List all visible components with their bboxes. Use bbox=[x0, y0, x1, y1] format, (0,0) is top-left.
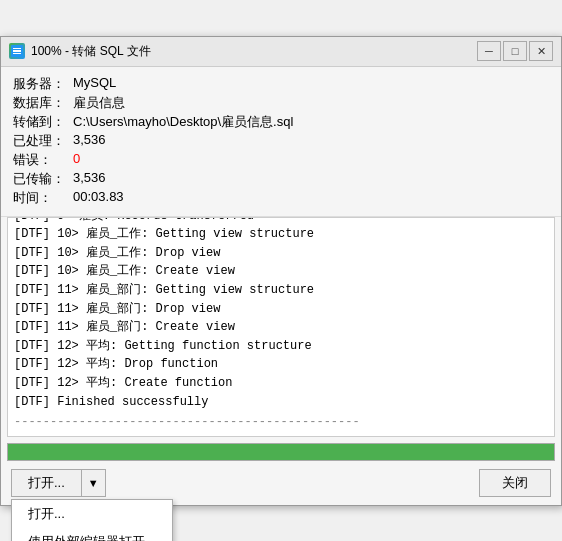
dropdown-toggle-button[interactable]: ▼ bbox=[81, 469, 106, 497]
svg-rect-1 bbox=[13, 50, 21, 52]
main-window: 100% - 转储 SQL 文件 ─ □ ✕ 服务器： MySQL 数据库： 雇… bbox=[0, 36, 562, 506]
btn-row: 打开... ▼ bbox=[11, 469, 106, 497]
server-value: MySQL bbox=[73, 75, 116, 93]
transferred-row: 已传输： 3,536 bbox=[13, 170, 549, 188]
transferred-label: 已传输： bbox=[13, 170, 73, 188]
server-row: 服务器： MySQL bbox=[13, 75, 549, 93]
dump-row: 转储到： C:\Users\mayho\Desktop\雇员信息.sql bbox=[13, 113, 549, 131]
log-section: [DTF] 9> 雇员: Create table[DTF] 9> 雇员: Tr… bbox=[7, 217, 555, 437]
log-line: [DTF] 10> 雇员_工作: Getting view structure bbox=[14, 225, 548, 244]
log-line: [DTF] Finished successfully bbox=[14, 393, 548, 412]
dropdown-item[interactable]: 打开... bbox=[12, 500, 172, 528]
dump-label: 转储到： bbox=[13, 113, 73, 131]
dropdown-menu: 打开...使用外部编辑器打开...打开所在的文件夹... bbox=[11, 499, 173, 542]
database-row: 数据库： 雇员信息 bbox=[13, 94, 549, 112]
svg-rect-2 bbox=[13, 53, 21, 54]
server-label: 服务器： bbox=[13, 75, 73, 93]
log-line: [DTF] 11> 雇员_部门: Getting view structure bbox=[14, 281, 548, 300]
processed-value: 3,536 bbox=[73, 132, 106, 150]
database-value: 雇员信息 bbox=[73, 94, 125, 112]
app-icon bbox=[9, 43, 25, 59]
dropdown-item[interactable]: 使用外部编辑器打开... bbox=[12, 528, 172, 542]
close-window-button[interactable]: ✕ bbox=[529, 41, 553, 61]
time-label: 时间： bbox=[13, 189, 73, 207]
progress-section bbox=[1, 437, 561, 461]
window-title: 100% - 转储 SQL 文件 bbox=[31, 43, 151, 60]
error-row: 错误： 0 bbox=[13, 151, 549, 169]
minimize-button[interactable]: ─ bbox=[477, 41, 501, 61]
maximize-button[interactable]: □ bbox=[503, 41, 527, 61]
log-line: [DTF] 12> 平均: Drop function bbox=[14, 355, 548, 374]
processed-row: 已处理： 3,536 bbox=[13, 132, 549, 150]
error-value: 0 bbox=[73, 151, 80, 169]
processed-label: 已处理： bbox=[13, 132, 73, 150]
time-row: 时间： 00:03.83 bbox=[13, 189, 549, 207]
log-line: [DTF] 10> 雇员_工作: Create view bbox=[14, 262, 548, 281]
progress-bar-outer bbox=[7, 443, 555, 461]
error-label: 错误： bbox=[13, 151, 73, 169]
log-line: [DTF] 12> 平均: Getting function structure bbox=[14, 337, 548, 356]
open-button-group: 打开... ▼ 打开...使用外部编辑器打开...打开所在的文件夹... bbox=[11, 469, 106, 497]
transferred-value: 3,536 bbox=[73, 170, 106, 188]
progress-bar-inner bbox=[8, 444, 554, 460]
log-divider: ----------------------------------------… bbox=[14, 413, 548, 432]
info-section: 服务器： MySQL 数据库： 雇员信息 转储到： C:\Users\mayho… bbox=[1, 67, 561, 217]
log-line: [DTF] 11> 雇员_部门: Create view bbox=[14, 318, 548, 337]
log-line: [DTF] 11> 雇员_部门: Drop view bbox=[14, 300, 548, 319]
log-line: [DTF] 12> 平均: Create function bbox=[14, 374, 548, 393]
open-button[interactable]: 打开... bbox=[11, 469, 81, 497]
title-bar-left: 100% - 转储 SQL 文件 bbox=[9, 43, 151, 60]
log-line: [DTF] 10> 雇员_工作: Drop view bbox=[14, 244, 548, 263]
title-bar: 100% - 转储 SQL 文件 ─ □ ✕ bbox=[1, 37, 561, 67]
log-line: [DTF] 9> 雇员: Records transferred bbox=[14, 217, 548, 226]
title-buttons: ─ □ ✕ bbox=[477, 41, 553, 61]
dump-value: C:\Users\mayho\Desktop\雇员信息.sql bbox=[73, 113, 293, 131]
time-value: 00:03.83 bbox=[73, 189, 124, 207]
database-label: 数据库： bbox=[13, 94, 73, 112]
button-section: 打开... ▼ 打开...使用外部编辑器打开...打开所在的文件夹... 关闭 bbox=[1, 461, 561, 505]
svg-rect-3 bbox=[13, 48, 21, 49]
close-button[interactable]: 关闭 bbox=[479, 469, 551, 497]
